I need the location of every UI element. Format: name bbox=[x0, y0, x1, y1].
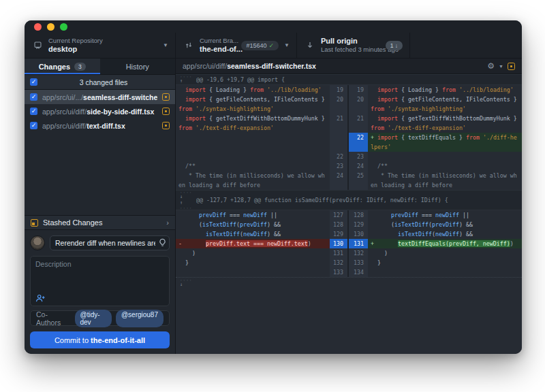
new-line-number[interactable]: 24 bbox=[349, 161, 368, 171]
commit-form: Co-Authors @tidy-dev@sergiou87 Commit to… bbox=[25, 230, 175, 354]
expand-hunk-control[interactable]: ····↓ bbox=[176, 278, 196, 288]
file-checkbox[interactable]: ✓ bbox=[30, 122, 37, 129]
diff-row: prevDiff === newDiff ||127128 prevDiff =… bbox=[176, 210, 522, 220]
new-line-number[interactable]: 129 bbox=[349, 220, 368, 229]
old-line-number[interactable]: 133 bbox=[330, 267, 349, 277]
changed-files-count: 3 changed files bbox=[37, 78, 170, 86]
tab-history[interactable]: History bbox=[100, 59, 176, 74]
toolbar: Current Repository desktop ▼ Current Bra… bbox=[25, 33, 522, 59]
close-window-button[interactable] bbox=[34, 23, 42, 31]
new-line-number[interactable]: 25 bbox=[349, 171, 368, 190]
file-path: app/src/ui/.../ bbox=[42, 93, 83, 101]
new-line-number[interactable]: 23 bbox=[349, 152, 368, 161]
new-line-number[interactable]: 131 bbox=[349, 239, 368, 248]
pull-label: Pull origin bbox=[321, 37, 380, 46]
file-row[interactable]: ✓app/src/ui/diff/side-by-side-diff.tsx bbox=[25, 104, 175, 118]
tab-changes[interactable]: Changes 3 bbox=[25, 59, 100, 74]
diff-pane: app/src/ui/diff/seamless-diff-switcher.t… bbox=[176, 59, 522, 354]
current-branch-dropdown[interactable]: Current Bra... the-end-of... #15640 ✓ ▼ bbox=[176, 33, 297, 58]
pr-badge[interactable]: #15640 ✓ bbox=[241, 41, 279, 50]
commit-button-prefix: Commit to bbox=[54, 336, 91, 344]
app-window: Current Repository desktop ▼ Current Bra… bbox=[25, 20, 522, 354]
zoom-window-button[interactable] bbox=[60, 23, 67, 31]
new-line-number[interactable]: 132 bbox=[349, 248, 368, 258]
diff-old-code: } bbox=[176, 258, 330, 267]
diff-row: 133134 bbox=[176, 267, 522, 277]
pull-origin-button[interactable]: Pull origin Last fetched 3 minutes ago 1… bbox=[297, 33, 410, 58]
diff-row: 22+ import { textDiffEquals } from './di… bbox=[176, 133, 522, 152]
file-checkbox[interactable]: ✓ bbox=[30, 93, 37, 101]
current-repository-dropdown[interactable]: Current Repository desktop ▼ bbox=[25, 33, 176, 58]
diff-old-code: isTextDiff(newDiff) && bbox=[176, 229, 330, 239]
new-line-number[interactable]: 134 bbox=[349, 267, 368, 277]
new-line-number[interactable]: 21 bbox=[349, 114, 368, 133]
coauthor-pill-list: @tidy-dev@sergiou87 bbox=[75, 310, 164, 327]
old-line-number[interactable]: 20 bbox=[330, 95, 349, 114]
changes-count-badge: 3 bbox=[74, 63, 86, 71]
expand-down-icon[interactable]: ↓ bbox=[180, 282, 183, 288]
old-line-number[interactable]: 21 bbox=[330, 114, 349, 133]
diff-options-caret-icon[interactable]: ▼ bbox=[499, 64, 503, 69]
coauthor-pill[interactable]: @tidy-dev bbox=[75, 310, 112, 327]
expand-hunk-control[interactable]: ····↓↑···· bbox=[176, 191, 196, 210]
old-line-number[interactable]: 129 bbox=[330, 229, 349, 239]
diff-old-code: import { getTextDiffWithBottomDummyHunk … bbox=[176, 114, 330, 133]
expand-up-icon[interactable]: ↑ bbox=[180, 78, 183, 84]
old-line-number[interactable] bbox=[330, 133, 349, 152]
file-row[interactable]: ✓app/src/ui/.../seamless-diff-switcher.t… bbox=[25, 90, 175, 104]
file-checkbox[interactable]: ✓ bbox=[30, 108, 37, 115]
modified-status-icon bbox=[508, 63, 515, 70]
old-line-number[interactable]: 127 bbox=[330, 210, 349, 220]
diff-file-path: app/src/ui/diff/ bbox=[183, 62, 227, 70]
diff-old-code: import { Loading } from '../lib/loading' bbox=[176, 85, 330, 95]
minimize-window-button[interactable] bbox=[47, 23, 54, 31]
old-line-number[interactable]: 132 bbox=[330, 258, 349, 267]
commit-description-input[interactable] bbox=[35, 260, 164, 294]
select-all-checkbox[interactable]: ✓ bbox=[30, 78, 37, 86]
diff-old-code: * The time (in milliseconds) we allow wh… bbox=[176, 171, 330, 190]
new-line-number[interactable]: 19 bbox=[349, 85, 368, 95]
commit-button[interactable]: Commit to the-end-of-it-all bbox=[30, 331, 170, 348]
download-arrow-icon bbox=[304, 41, 316, 50]
diff-row: - prevDiff.text === newDiff.text)130131+… bbox=[176, 239, 522, 248]
diff-new-code: prevDiff === newDiff || bbox=[368, 210, 522, 220]
old-line-number[interactable]: 24 bbox=[330, 171, 349, 190]
diff-options-gear-icon[interactable]: ⚙ bbox=[487, 61, 495, 71]
old-line-number[interactable]: 22 bbox=[330, 152, 349, 161]
diff-new-code: import { Loading } from '../lib/loading' bbox=[368, 85, 522, 95]
commit-summary-input[interactable] bbox=[50, 235, 170, 250]
file-status-modified-icon bbox=[162, 108, 170, 115]
new-line-number[interactable]: 133 bbox=[349, 258, 368, 267]
coauthor-pill[interactable]: @sergiou87 bbox=[116, 310, 164, 327]
toolbar-spacer bbox=[410, 33, 522, 58]
diff-row: import { Loading } from '../lib/loading'… bbox=[176, 85, 522, 95]
old-line-number[interactable]: 23 bbox=[330, 161, 349, 171]
old-line-number[interactable]: 128 bbox=[330, 220, 349, 229]
check-icon: ✓ bbox=[269, 42, 275, 49]
diff-row: * The time (in milliseconds) we allow wh… bbox=[176, 171, 522, 190]
file-row[interactable]: ✓app/src/ui/diff/text-diff.tsx bbox=[25, 118, 175, 133]
old-line-number[interactable]: 130 bbox=[330, 239, 349, 248]
diff-new-code: import { getFileContents, IFileContents … bbox=[368, 95, 522, 114]
lightbulb-icon[interactable] bbox=[159, 238, 166, 247]
add-coauthor-icon[interactable] bbox=[35, 294, 46, 302]
repository-icon bbox=[31, 41, 44, 50]
diff-new-code: isTextDiff(newDiff) && bbox=[368, 229, 522, 239]
old-line-number[interactable]: 131 bbox=[330, 248, 349, 258]
sidebar: Changes 3 History ✓ 3 changed files ✓app… bbox=[25, 59, 176, 354]
new-line-number[interactable]: 130 bbox=[349, 229, 368, 239]
new-line-number[interactable]: 128 bbox=[349, 210, 368, 220]
expand-hunk-control[interactable]: ····↑ bbox=[176, 75, 196, 84]
sidebar-tabs: Changes 3 History bbox=[25, 59, 175, 75]
diff-row: }132133 } bbox=[176, 258, 522, 267]
old-line-number[interactable]: 19 bbox=[330, 85, 349, 95]
expand-down-icon[interactable]: ↓ bbox=[180, 194, 183, 200]
stash-icon bbox=[31, 219, 38, 227]
chevron-right-icon: › bbox=[166, 218, 169, 227]
new-line-number[interactable]: 20 bbox=[349, 95, 368, 114]
new-line-number[interactable]: 22 bbox=[349, 133, 368, 152]
file-label: app/src/ui/diff/text-diff.tsx bbox=[42, 122, 157, 130]
stashed-changes-row[interactable]: Stashed Changes › bbox=[25, 215, 175, 230]
hunk-header-text: @@ -127,7 +128,7 @@ function isSameDiff(… bbox=[196, 195, 448, 205]
branch-icon bbox=[183, 41, 195, 50]
